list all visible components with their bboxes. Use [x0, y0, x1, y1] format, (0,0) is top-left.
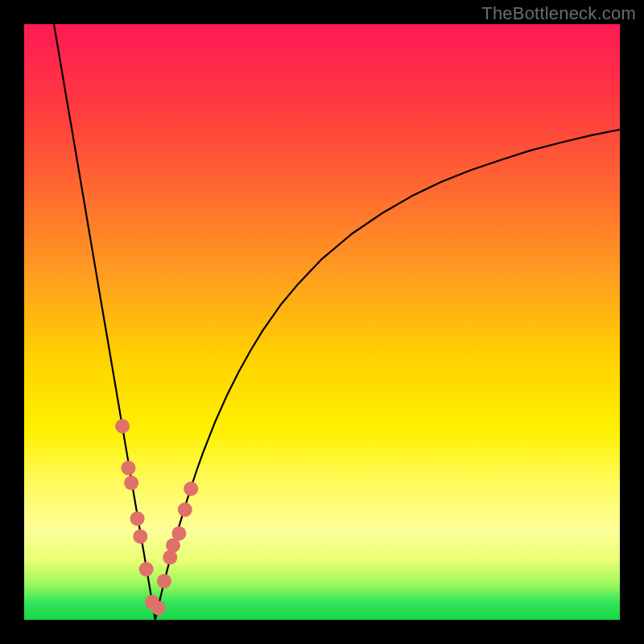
- marker-dot: [124, 476, 138, 490]
- marker-dot: [115, 419, 130, 434]
- chart-svg: [24, 24, 620, 620]
- plot-area: [24, 24, 620, 620]
- marker-dots: [115, 419, 198, 616]
- marker-dot: [171, 526, 186, 541]
- marker-dot: [133, 529, 147, 543]
- marker-dot: [130, 511, 145, 526]
- marker-dot: [184, 481, 198, 496]
- marker-dot: [139, 562, 154, 576]
- watermark-text: TheBottleneck.com: [481, 3, 636, 24]
- marker-dot: [151, 601, 166, 615]
- chart-frame: TheBottleneck.com: [0, 0, 644, 644]
- marker-dot: [178, 502, 192, 517]
- marker-dot: [122, 460, 136, 475]
- marker-dot: [157, 574, 171, 588]
